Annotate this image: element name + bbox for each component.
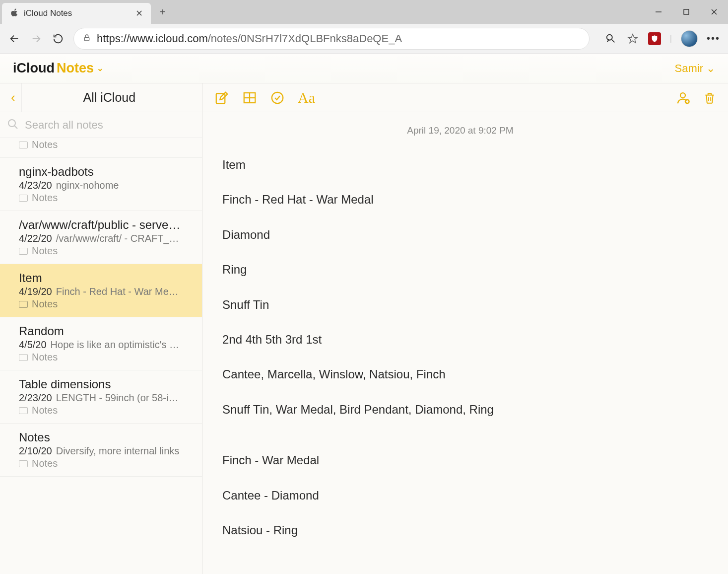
note-item-meta: 2/10/20Diversify, more internal links xyxy=(19,445,183,457)
note-content-panel: Aa April 19, 2020 at 9:02 PM ItemFinch -… xyxy=(202,83,728,574)
address-bar-row: https://www.icloud.com/notes/0NSrH7l7XdQ… xyxy=(0,24,728,54)
folder-icon xyxy=(19,301,28,308)
menu-button[interactable]: ••• xyxy=(707,33,720,44)
back-icon[interactable]: ‹ xyxy=(5,83,22,112)
note-timestamp: April 19, 2020 at 9:02 PM xyxy=(222,125,698,136)
note-line: Snuff Tin, War Medal, Bird Pendant, Diam… xyxy=(222,402,698,418)
folder-icon xyxy=(19,460,28,467)
chevron-down-icon: ⌄ xyxy=(706,62,715,75)
svg-rect-6 xyxy=(84,37,89,41)
window-controls xyxy=(645,2,728,22)
note-item-meta: 4/19/20Finch - Red Hat - War Med… xyxy=(19,286,183,297)
note-item-title: nginx-badbots xyxy=(19,165,183,179)
tab-title: iCloud Notes xyxy=(24,8,131,18)
checklist-icon[interactable] xyxy=(270,90,285,105)
svg-line-12 xyxy=(14,126,17,129)
maximize-button[interactable] xyxy=(672,2,700,22)
note-item-folder: Notes xyxy=(19,139,183,150)
note-list-item[interactable]: nginx-badbots4/23/20nginx-nohomeNotes xyxy=(0,158,202,211)
svg-rect-1 xyxy=(684,9,689,14)
close-window-button[interactable] xyxy=(700,2,728,22)
note-item-folder: Notes xyxy=(19,245,183,257)
note-line: Diamond xyxy=(222,227,698,243)
search-row xyxy=(0,112,202,138)
note-item-meta: 2/23/20LENGTH - 59inch (or 58-i… xyxy=(19,392,183,404)
address-bar[interactable]: https://www.icloud.com/notes/0NSrH7l7XdQ… xyxy=(73,28,590,50)
compose-icon[interactable] xyxy=(214,90,229,105)
forward-button[interactable] xyxy=(30,32,43,45)
svg-point-11 xyxy=(8,120,15,127)
table-icon[interactable] xyxy=(242,90,257,105)
browser-chrome: iCloud Notes ✕ + https://www.icloud.com/… xyxy=(0,0,728,54)
folder-icon xyxy=(19,354,28,361)
note-line: Finch - War Medal xyxy=(222,452,698,468)
back-button[interactable] xyxy=(8,32,21,45)
ublock-icon[interactable] xyxy=(648,32,661,45)
note-item-folder: Notes xyxy=(19,352,183,363)
toolbar-extensions: | ••• xyxy=(604,30,720,47)
search-icon xyxy=(7,118,19,132)
note-list-item[interactable]: Table dimensions2/23/20LENGTH - 59inch (… xyxy=(0,370,202,424)
svg-point-18 xyxy=(680,93,685,98)
minimize-button[interactable] xyxy=(645,2,672,22)
note-item-title: Table dimensions xyxy=(19,377,183,391)
svg-line-8 xyxy=(612,39,615,42)
note-item-title: Notes xyxy=(19,430,183,444)
note-list-item[interactable]: Notes2/10/20Diversify, more internal lin… xyxy=(0,424,202,477)
folder-icon xyxy=(19,407,28,414)
svg-point-17 xyxy=(272,92,283,103)
sidebar-header: ‹ All iCloud xyxy=(0,83,202,112)
refresh-button[interactable] xyxy=(52,32,65,45)
close-tab-icon[interactable]: ✕ xyxy=(135,8,143,19)
main-layout: ‹ All iCloud Notesnginx-badbots4/23/20ng… xyxy=(0,83,728,574)
note-list-item[interactable]: /var/www/craft/public - serve…4/22/20/va… xyxy=(0,211,202,264)
search-input[interactable] xyxy=(25,119,195,132)
svg-point-7 xyxy=(607,34,612,40)
note-list-item[interactable]: Item4/19/20Finch - Red Hat - War Med…Not… xyxy=(0,264,202,317)
note-line: Cantee - Diamond xyxy=(222,488,698,503)
note-item-folder: Notes xyxy=(19,458,183,469)
note-item-meta: 4/23/20nginx-nohome xyxy=(19,180,183,191)
favorite-icon[interactable] xyxy=(626,32,639,45)
note-line: Item xyxy=(222,157,698,173)
profile-avatar[interactable] xyxy=(681,30,698,47)
note-item-title: Random xyxy=(19,324,183,338)
note-item-folder: Notes xyxy=(19,192,183,204)
note-item-folder: Notes xyxy=(19,405,183,416)
note-line: Snuff Tin xyxy=(222,297,698,313)
notes-list[interactable]: Notesnginx-badbots4/23/20nginx-nohomeNot… xyxy=(0,138,202,574)
folder-icon xyxy=(19,248,28,255)
note-line: Ring xyxy=(222,262,698,278)
url-text: https://www.icloud.com/notes/0NSrH7l7XdQ… xyxy=(97,32,402,45)
share-icon[interactable] xyxy=(675,90,690,105)
sidebar: ‹ All iCloud Notesnginx-badbots4/23/20ng… xyxy=(0,83,202,574)
note-line: Finch - Red Hat - War Medal xyxy=(222,192,698,208)
note-item-meta: 4/5/20Hope is like an optimistic's … xyxy=(19,339,183,351)
note-list-item[interactable]: Notes xyxy=(0,139,202,158)
note-item-folder: Notes xyxy=(19,298,183,310)
browser-tab[interactable]: iCloud Notes ✕ xyxy=(2,3,151,24)
note-line: Cantee, Marcella, Winslow, Natsiou, Finc… xyxy=(222,366,698,382)
folder-icon xyxy=(19,142,28,148)
note-body[interactable]: April 19, 2020 at 9:02 PM ItemFinch - Re… xyxy=(202,112,728,574)
tab-bar: iCloud Notes ✕ + xyxy=(0,0,728,24)
svg-marker-10 xyxy=(628,34,637,42)
app-header: iCloud Notes ⌄ Samir ⌄ xyxy=(0,54,728,83)
format-icon[interactable]: Aa xyxy=(298,89,315,106)
note-item-title: Item xyxy=(19,271,183,285)
trash-icon[interactable] xyxy=(703,90,716,105)
search-ext-icon[interactable] xyxy=(604,32,617,45)
apple-icon xyxy=(10,8,19,19)
note-item-title: /var/www/craft/public - serve… xyxy=(19,218,183,232)
note-item-meta: 4/22/20/var/www/craft/ - CRAFT_… xyxy=(19,233,183,244)
user-menu[interactable]: Samir ⌄ xyxy=(675,62,715,75)
chevron-down-icon: ⌄ xyxy=(97,64,103,73)
sidebar-title: All iCloud xyxy=(22,90,197,105)
folder-icon xyxy=(19,195,28,202)
new-tab-button[interactable]: + xyxy=(151,6,175,18)
note-line: 2nd 4th 5th 3rd 1st xyxy=(222,332,698,348)
lock-icon xyxy=(83,33,91,44)
note-line: Natsiou - Ring xyxy=(222,522,698,538)
app-title[interactable]: iCloud Notes ⌄ xyxy=(13,61,103,76)
note-list-item[interactable]: Random4/5/20Hope is like an optimistic's… xyxy=(0,317,202,370)
